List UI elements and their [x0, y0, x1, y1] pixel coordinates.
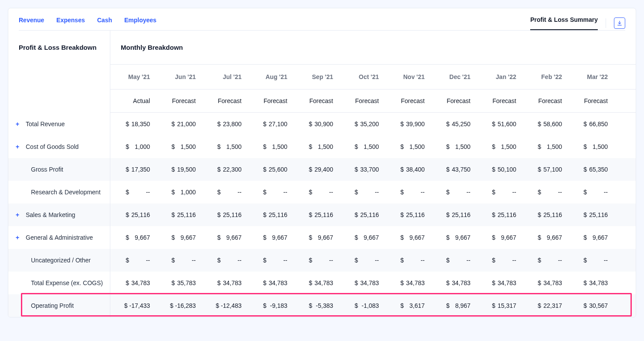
cell: $-- — [156, 257, 202, 264]
month-header: Nov '21 — [385, 65, 431, 89]
report-card: Revenue Expenses Cash Employees Profit &… — [8, 8, 636, 317]
expand-icon[interactable]: + — [14, 121, 20, 127]
row-label-text: General & Administrative — [26, 234, 93, 241]
cell: $9,667 — [156, 234, 202, 241]
row-label-text: Total Expense (ex. COGS) — [31, 279, 103, 286]
cell: $-12,483 — [202, 302, 248, 309]
cell: $19,500 — [156, 166, 202, 173]
cell: $9,667 — [339, 234, 385, 241]
cell: $1,500 — [248, 143, 293, 150]
cell: $34,783 — [202, 279, 248, 286]
type-header: Forecast — [156, 90, 202, 112]
cell: $43,750 — [431, 166, 477, 173]
cell: $9,667 — [385, 234, 431, 241]
row-label-rnd: Research & Development — [8, 181, 110, 203]
cell: $-- — [293, 189, 339, 196]
grid: +Total Revenue+Cost of Goods SoldGross P… — [8, 64, 636, 317]
download-button[interactable] — [614, 17, 625, 29]
cell: $34,783 — [477, 279, 522, 286]
row-label-text: Total Revenue — [26, 121, 65, 127]
download-icon — [617, 20, 623, 26]
row-label-uncategorized: Uncategorized / Other — [8, 249, 110, 272]
tab-cash[interactable]: Cash — [97, 17, 112, 30]
cell: $-17,433 — [110, 302, 156, 309]
month-header: Sep '21 — [293, 65, 339, 89]
cell: $30,900 — [293, 121, 339, 127]
cell: $-- — [522, 189, 568, 196]
cell: $34,783 — [385, 279, 431, 286]
type-header: Forecast — [202, 90, 248, 112]
cell: $33,700 — [339, 166, 385, 173]
cell: $-1,083 — [339, 302, 385, 309]
cell: $25,116 — [110, 211, 156, 218]
cell: $1,500 — [293, 143, 339, 150]
cell: $1,500 — [431, 143, 477, 150]
cell: $39,900 — [385, 121, 431, 127]
cell: $50,100 — [477, 166, 522, 173]
row-label-text: Research & Development — [31, 189, 101, 196]
cell: $-- — [385, 257, 431, 264]
month-header: Oct '21 — [339, 65, 385, 89]
section-headers: Profit & Loss Breakdown Monthly Breakdow… — [8, 31, 636, 64]
cell: $66,850 — [568, 121, 614, 127]
expand-icon[interactable]: + — [14, 234, 20, 241]
cell: $35,200 — [339, 121, 385, 127]
cell: $-- — [293, 257, 339, 264]
cell: $-- — [248, 189, 293, 196]
cell: $25,116 — [385, 211, 431, 218]
data-row-rnd: $--$1,000$--$--$--$--$--$--$--$--$-- — [110, 181, 636, 203]
type-header: Forecast — [385, 90, 431, 112]
tab-revenue[interactable]: Revenue — [19, 17, 44, 30]
type-header: Forecast — [477, 90, 522, 112]
month-header: Feb '22 — [522, 65, 568, 89]
cell: $30,567 — [568, 302, 614, 309]
cell: $9,667 — [202, 234, 248, 241]
cell: $34,783 — [568, 279, 614, 286]
cell: $9,667 — [568, 234, 614, 241]
data-row-cogs: $1,000$1,500$1,500$1,500$1,500$1,500$1,5… — [110, 135, 636, 158]
cell: $1,000 — [156, 189, 202, 196]
data-row-gross-profit: $17,350$19,500$22,300$25,600$29,400$33,7… — [110, 158, 636, 181]
topbar: Revenue Expenses Cash Employees Profit &… — [8, 8, 636, 30]
cell: $-- — [339, 189, 385, 196]
cell: $25,116 — [568, 211, 614, 218]
expand-icon[interactable]: + — [14, 212, 20, 218]
cell: $65,350 — [568, 166, 614, 173]
type-header: Forecast — [431, 90, 477, 112]
cell: $-- — [339, 257, 385, 264]
tabs-right: Profit & Loss Summary — [530, 16, 625, 30]
cell: $9,667 — [522, 234, 568, 241]
labels-column: +Total Revenue+Cost of Goods SoldGross P… — [8, 64, 110, 317]
tab-employees[interactable]: Employees — [124, 17, 157, 30]
row-label-sales-marketing: +Sales & Marketing — [8, 203, 110, 226]
expand-icon[interactable]: + — [14, 144, 20, 150]
month-header: Aug '21 — [248, 65, 293, 89]
cell: $38,400 — [385, 166, 431, 173]
cell: $25,116 — [293, 211, 339, 218]
tab-pl-summary[interactable]: Profit & Loss Summary — [530, 16, 598, 30]
row-label-text: Sales & Marketing — [26, 211, 75, 218]
cell: $9,667 — [431, 234, 477, 241]
cell: $-5,383 — [293, 302, 339, 309]
cell: $-9,183 — [248, 302, 293, 309]
labels-spacer — [8, 64, 110, 113]
cell: $1,500 — [568, 143, 614, 150]
type-header: Forecast — [248, 90, 293, 112]
cell: $15,317 — [477, 302, 522, 309]
month-header: Jun '21 — [156, 65, 202, 89]
tab-expenses[interactable]: Expenses — [56, 17, 85, 30]
cell: $25,600 — [248, 166, 293, 173]
cell: $-- — [385, 189, 431, 196]
cell: $25,116 — [522, 211, 568, 218]
cell: $25,116 — [156, 211, 202, 218]
months-header-row: May '21Jun '21Jul '21Aug '21Sep '21Oct '… — [110, 64, 636, 90]
row-label-operating-profit: Operating Profit — [8, 294, 110, 317]
cell: $1,000 — [110, 143, 156, 150]
cell: $-- — [568, 257, 614, 264]
cell: $25,116 — [431, 211, 477, 218]
cell: $8,967 — [431, 302, 477, 309]
row-label-gross-profit: Gross Profit — [8, 158, 110, 181]
cell: $58,600 — [522, 121, 568, 127]
cell: $34,783 — [431, 279, 477, 286]
cell: $25,116 — [339, 211, 385, 218]
